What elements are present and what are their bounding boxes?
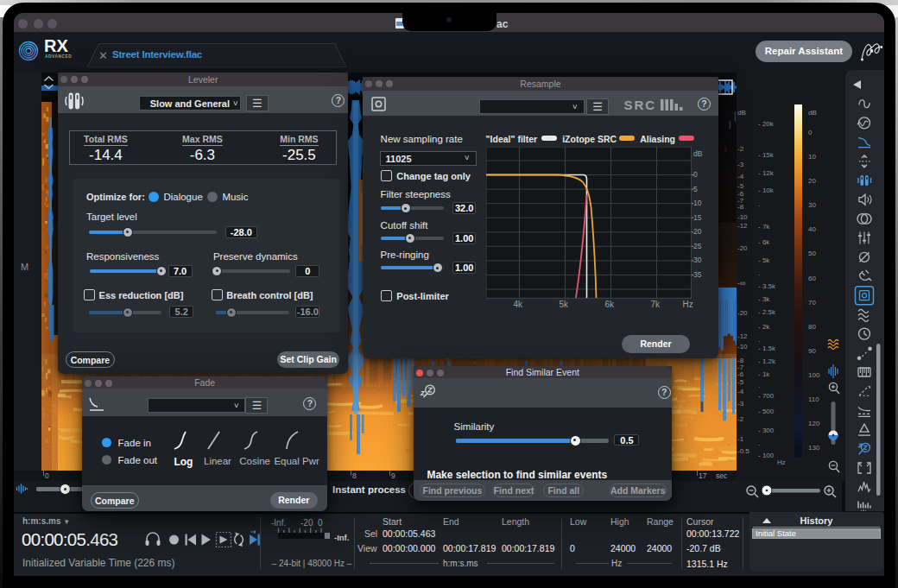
svg-text:20: 20 (693, 227, 702, 236)
svg-text:15: 15 (693, 213, 702, 222)
svg-text:0: 0 (693, 170, 698, 179)
svg-text:10: 10 (693, 199, 702, 207)
svg-text:30: 30 (693, 256, 702, 264)
svg-text:25: 25 (693, 242, 702, 250)
svg-text:dB: dB (693, 149, 703, 158)
svg-text:35: 35 (693, 270, 702, 279)
svg-text:5: 5 (693, 185, 698, 193)
